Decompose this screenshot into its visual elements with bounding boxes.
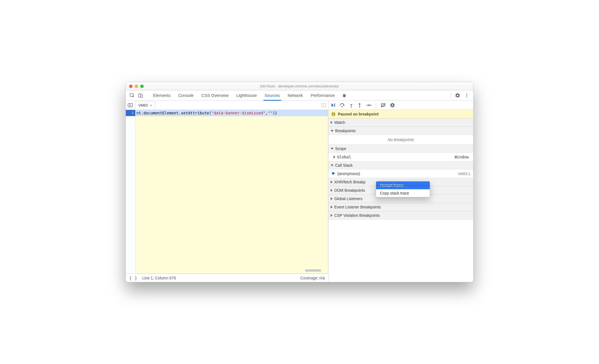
scope-global-label: Global [337,155,351,159]
callstack-context-menu: Restart frame Copy stack trace [376,181,430,197]
coverage-status: Coverage: n/a [300,276,325,280]
scope-global-row[interactable]: Global Window [328,153,473,161]
svg-rect-16 [333,114,334,115]
svg-point-11 [359,106,360,107]
step-into-icon[interactable] [349,103,353,108]
close-file-tab-icon[interactable]: × [150,103,152,107]
svg-rect-2 [141,95,143,97]
code-area: nt.documentElement.setAttribute("data-ba… [135,110,328,274]
sources-pane: VM63 × 1 nt.document [126,100,328,282]
execution-highlight-area [135,116,328,274]
current-frame-icon [332,171,335,176]
svg-point-5 [466,96,467,97]
section-xhr-label: XHR/fetch Breakp [334,180,365,184]
svg-rect-8 [334,104,335,107]
svg-point-3 [466,93,467,94]
sources-file-tabs: VM63 × [126,100,328,110]
collapse-icon [331,164,333,166]
tab-console[interactable]: Console [178,90,194,100]
minimize-window-button[interactable] [135,85,138,88]
pretty-print-icon[interactable]: { } [129,275,137,281]
paused-label: Paused on breakpoint [338,112,379,116]
collapse-icon [331,148,333,150]
step-out-icon[interactable] [357,103,362,108]
tab-sources[interactable]: Sources [265,90,280,100]
device-toolbar-icon[interactable] [138,93,143,98]
tab-lighthouse[interactable]: Lighthouse [236,90,257,100]
navigator-toggle-icon[interactable] [127,102,133,108]
svg-point-4 [466,95,467,96]
scope-global-value: Window [455,155,471,159]
file-tab-label: VM63 [138,103,148,107]
debugger-toolbar [328,100,473,110]
tab-network[interactable]: Network [288,90,303,100]
tab-elements[interactable]: Elements [153,90,171,100]
horizontal-scrollbar-thumb[interactable] [305,269,321,272]
close-window-button[interactable] [129,85,132,88]
section-scope[interactable]: Scope [328,144,473,153]
inspect-element-icon[interactable] [130,93,135,98]
svg-rect-17 [333,113,334,114]
svg-point-9 [342,106,343,107]
svg-point-10 [351,106,352,107]
section-scope-label: Scope [335,146,346,151]
expand-icon [331,214,333,217]
debugger-pane: Paused on breakpoint Watch Breakpoints N… [328,100,473,282]
section-callstack[interactable]: Call Stack [328,161,473,169]
section-callstack-label: Call Stack [335,163,353,168]
zoom-window-button[interactable] [140,85,144,88]
step-icon[interactable] [366,103,371,108]
window-titlebar: DevTools - developer.chrome.com/docs/dev… [126,82,473,90]
svg-rect-14 [393,104,393,106]
callstack-frame-row[interactable]: (anonymous) VM63:1 [328,169,473,178]
frame-name: (anonymous) [337,171,360,176]
section-watch-label: Watch [334,120,345,125]
expand-icon [333,156,335,158]
pause-on-exceptions-icon[interactable] [390,103,395,108]
svg-rect-6 [128,104,132,107]
step-over-icon[interactable] [340,103,345,108]
section-event-listener-breakpoints[interactable]: Event Listener Breakpoints [328,203,473,211]
section-breakpoints-label: Breakpoints [335,129,356,133]
expand-icon [331,121,333,124]
expand-icon [331,181,333,183]
svg-rect-13 [392,104,392,106]
tab-performance[interactable]: Performance [311,90,335,100]
strike-through-annotation [376,185,430,186]
window-controls [126,85,144,88]
svg-point-12 [370,105,371,106]
deactivate-breakpoints-icon[interactable] [380,103,386,108]
section-global-listeners-label: Global Listeners [334,196,362,201]
devtools-window: DevTools - developer.chrome.com/docs/dev… [126,82,473,282]
frame-location: VM63:1 [458,172,470,176]
editor-statusbar: { } Line 1, Column 676 Coverage: n/a [126,274,328,282]
line-number[interactable]: 1 [126,110,135,116]
settings-icon[interactable] [455,93,460,98]
section-csp-label: CSP Violation Breakpoints [334,213,380,218]
code-editor[interactable]: 1 nt.documentElement.setAttribute("data-… [126,110,328,274]
info-icon [331,112,336,116]
paused-banner: Paused on breakpoint [328,110,473,118]
resume-icon[interactable] [331,103,336,108]
section-csp-violation-breakpoints[interactable]: CSP Violation Breakpoints [328,211,473,220]
section-event-listener-label: Event Listener Breakpoints [334,205,381,209]
code-line-1[interactable]: nt.documentElement.setAttribute("data-ba… [135,110,328,116]
kebab-menu-icon[interactable] [464,93,469,98]
devtools-tabbar: Elements Console CSS Overview Lighthouse… [126,90,473,100]
expand-icon [331,197,333,200]
expand-icon [331,206,333,208]
run-snippet-icon[interactable] [321,102,326,108]
section-dom-label: DOM Breakpoints [334,188,365,193]
section-watch[interactable]: Watch [328,118,473,127]
panels: VM63 × 1 nt.document [126,100,473,282]
cursor-position: Line 1, Column 676 [142,276,176,280]
menu-item-copy-stack-trace[interactable]: Copy stack trace [376,189,430,197]
tab-css-overview[interactable]: CSS Overview [202,90,229,100]
no-breakpoints-message: No breakpoints [328,135,473,144]
file-tab-vm63[interactable]: VM63 × [135,101,155,109]
expand-icon [331,189,333,192]
editor-gutter: 1 [126,110,135,274]
window-title: DevTools - developer.chrome.com/docs/dev… [126,84,473,88]
more-tabs-icon[interactable] [342,94,346,97]
section-breakpoints[interactable]: Breakpoints [328,127,473,135]
